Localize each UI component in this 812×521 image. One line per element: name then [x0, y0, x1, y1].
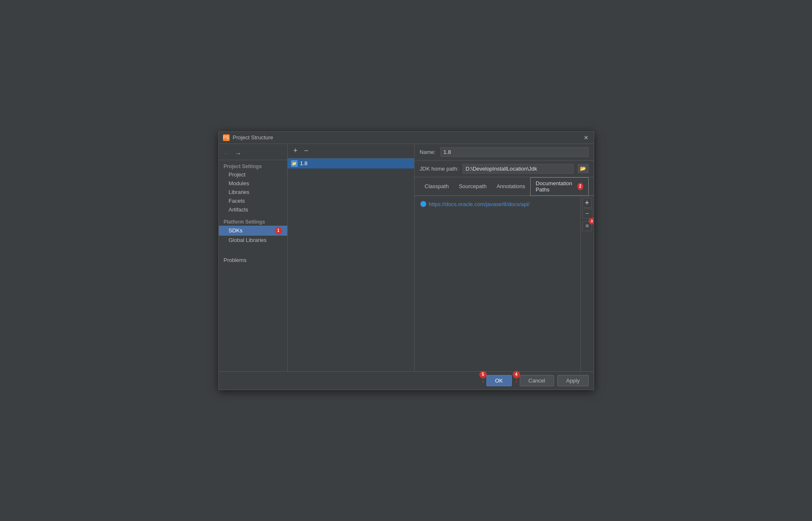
- sdks-badge: 1: [275, 227, 282, 234]
- sidebar-item-project[interactable]: Project: [219, 170, 287, 179]
- doc-path-item: 🌐 https://docs.oracle.com/javase/8/docs/…: [420, 199, 575, 209]
- jdk-path-input[interactable]: [463, 164, 573, 174]
- title-bar: PS Project Structure ✕: [219, 132, 594, 144]
- name-input[interactable]: [440, 147, 588, 157]
- sidebar-nav-bar: ← →: [219, 147, 287, 160]
- project-settings-header: Project Settings: [219, 162, 287, 170]
- add-btn-badge: 3: [589, 218, 594, 224]
- sidebar-item-modules[interactable]: Modules: [219, 179, 287, 188]
- window-title: Project Structure: [233, 134, 273, 141]
- project-settings-section: Project Settings Project Modules Librari…: [219, 160, 287, 216]
- main-area: 🌐 https://docs.oracle.com/javase/8/docs/…: [415, 196, 593, 371]
- center-panel: + − 📁 1.8: [288, 144, 415, 371]
- documentation-paths-badge: 2: [577, 183, 583, 190]
- forward-button[interactable]: →: [234, 149, 243, 158]
- back-button[interactable]: ←: [222, 149, 231, 158]
- app-icon: PS: [223, 134, 230, 141]
- tab-classpath[interactable]: Classpath: [420, 181, 454, 193]
- tabs-row: Classpath Sourcepath Annotations Documen…: [415, 177, 593, 196]
- add-sdk-button[interactable]: +: [291, 146, 300, 156]
- browse-folder-button[interactable]: 📂: [578, 164, 589, 173]
- sidebar-item-sdks[interactable]: SDKs 1: [219, 226, 287, 236]
- jdk-row: JDK home path: 📂: [415, 161, 593, 177]
- close-button[interactable]: ✕: [583, 134, 589, 141]
- remove-sdk-button[interactable]: −: [302, 146, 311, 156]
- tab-sourcepath[interactable]: Sourcepath: [454, 181, 492, 193]
- platform-settings-header: Platform Settings: [219, 217, 287, 226]
- jdk-label: JDK home path:: [420, 166, 458, 172]
- title-bar-left: PS Project Structure: [223, 134, 273, 141]
- name-row: Name:: [415, 144, 593, 161]
- right-action-buttons: + − ⚙ 3: [580, 196, 594, 371]
- right-panel: Name: JDK home path: 📂 Classpath Sourcep…: [415, 144, 593, 371]
- cancel-badge: 4: [513, 371, 520, 378]
- sdk-toolbar: + −: [288, 144, 415, 159]
- sdk-folder-icon: 📁: [291, 160, 298, 167]
- ok-badge: 5: [479, 371, 487, 378]
- remove-path-button[interactable]: −: [582, 209, 592, 219]
- project-structure-dialog: PS Project Structure ✕ ← → Project Setti…: [218, 131, 594, 390]
- ok-button[interactable]: OK: [486, 375, 512, 386]
- apply-button[interactable]: Apply: [557, 375, 589, 386]
- main-content: ← → Project Settings Project Modules Lib…: [219, 144, 594, 371]
- tab-documentation-paths[interactable]: Documentation Paths 2: [530, 177, 588, 196]
- problems-section: Problems: [219, 253, 287, 266]
- sidebar-item-global-libraries[interactable]: Global Libraries: [219, 236, 287, 244]
- sidebar-item-problems[interactable]: Problems: [219, 254, 287, 264]
- add-path-button[interactable]: +: [582, 198, 592, 208]
- documentation-paths-content: 🌐 https://docs.oracle.com/javase/8/docs/…: [415, 196, 580, 371]
- sidebar: ← → Project Settings Project Modules Lib…: [219, 144, 288, 371]
- sidebar-item-libraries[interactable]: Libraries: [219, 188, 287, 196]
- tab-annotations[interactable]: Annotations: [491, 181, 530, 193]
- cancel-button[interactable]: Cancel: [520, 375, 554, 386]
- footer: ↓ 5 OK ↓ 4 Cancel Apply: [219, 371, 594, 390]
- sidebar-item-artifacts[interactable]: Artifacts: [219, 205, 287, 214]
- sidebar-item-facets[interactable]: Facets: [219, 196, 287, 205]
- sdk-list-item-1.8[interactable]: 📁 1.8: [288, 159, 415, 169]
- platform-settings-section: Platform Settings SDKs 1 Global Librarie…: [219, 216, 287, 246]
- name-label: Name:: [420, 149, 436, 155]
- globe-icon: 🌐: [420, 201, 426, 207]
